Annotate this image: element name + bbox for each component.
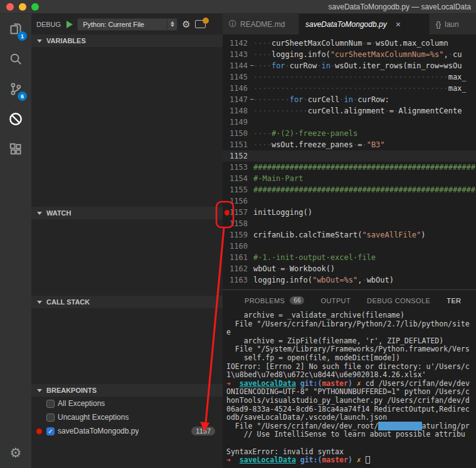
- gutter[interactable]: 1150: [223, 128, 251, 139]
- code-line-1148[interactable]: 1148············curCell.alignment·=·Alig…: [223, 105, 476, 117]
- breakpoint-row-0[interactable]: All Exceptions: [31, 397, 223, 410]
- watch-section-header[interactable]: WATCH: [31, 207, 223, 219]
- code-line-1159[interactable]: 1159crifanLib.calcTimeStart("saveAllFile…: [223, 229, 476, 241]
- gutter[interactable]: 1159: [223, 229, 251, 241]
- breakpoint-gutter[interactable]: [223, 210, 230, 216]
- code-text: ········································…: [251, 71, 467, 83]
- code-line-1160[interactable]: 1160: [223, 241, 476, 252]
- code-line-1147[interactable]: 1147−········for·curCell·in·curRow:: [223, 94, 476, 105]
- window-maximize-button[interactable]: [31, 3, 39, 11]
- code-line-1162[interactable]: 1162wbOut·=·Workbook(): [223, 263, 476, 274]
- code-line-1150[interactable]: 1150····#·(2)·freeze·panels: [223, 128, 476, 139]
- editor-tab-bar: ⓘREADME.mdsaveDataToMongodb.py×{}laun: [223, 14, 476, 34]
- gutter[interactable]: 1149: [223, 117, 251, 128]
- panel-tab-output[interactable]: OUTPUT: [320, 297, 351, 304]
- gutter[interactable]: 1143: [223, 49, 251, 60]
- code-line-1151[interactable]: 1151····wsOut.freeze_panes·=·"B3": [223, 139, 476, 150]
- code-line-1152[interactable]: 1152: [223, 150, 476, 162]
- debug-config-dropdown[interactable]: Python: Current File: [77, 18, 177, 31]
- code-line-1154[interactable]: 1154#·Main·Part: [223, 173, 476, 184]
- editor-tab-1[interactable]: ⓘREADME.md: [223, 14, 299, 34]
- gutter[interactable]: 1156: [223, 195, 251, 207]
- breakpoint-checkbox[interactable]: [46, 400, 55, 408]
- debug-console-toggle-icon[interactable]: [195, 20, 206, 28]
- gutter[interactable]: 1152: [223, 150, 251, 162]
- gutter[interactable]: 1147−: [223, 94, 251, 105]
- panel-tab-problems[interactable]: PROBLEMS66: [245, 296, 304, 304]
- code-text: ····wsOut.freeze_panes·=·"B3": [251, 139, 385, 150]
- token: wbOut: [253, 264, 276, 273]
- gutter[interactable]: 1146: [223, 83, 251, 94]
- callstack-section-header[interactable]: CALL STACK: [31, 296, 223, 308]
- code-line-1157[interactable]: 1157initLogging(): [223, 207, 476, 218]
- twisty-icon: [37, 301, 42, 304]
- code-line-1156[interactable]: 1156: [223, 195, 476, 207]
- code-line-1161[interactable]: 1161#·1.·init·output·excel·file: [223, 252, 476, 263]
- debug-toolbar: DEBUG Python: Current File ⚙: [31, 14, 223, 34]
- code-line-1146[interactable]: 1146····································…: [223, 83, 476, 94]
- code-line-1149[interactable]: 1149: [223, 117, 476, 128]
- code-line-1145[interactable]: 1145····································…: [223, 71, 476, 83]
- terminal-text: honTools/visualstudio_py_launcher.py /Us…: [226, 396, 470, 405]
- gutter[interactable]: 1163: [223, 274, 251, 286]
- gutter[interactable]: 1142: [223, 38, 251, 49]
- code-text: ########################################…: [251, 162, 475, 173]
- gutter[interactable]: 1155: [223, 184, 251, 195]
- code-line-1163[interactable]: 1163logging.info("wbOut=%s",·wbOut): [223, 274, 476, 286]
- panel-tab-ter[interactable]: TER: [447, 297, 461, 304]
- breakpoint-checkbox[interactable]: ✓: [46, 427, 55, 435]
- variables-section-header[interactable]: VARIABLES: [31, 34, 223, 47]
- terminal-text: master: [322, 379, 348, 388]
- terminal-text: 06ad9-833a-4524-8cd6-18ca4aa74f14 Redire…: [226, 405, 470, 413]
- settings-gear-icon[interactable]: ⚙: [0, 442, 31, 464]
- line-number: 1152: [230, 150, 248, 162]
- code-line-1155[interactable]: 1155####################################…: [223, 184, 476, 195]
- gutter[interactable]: 1157: [223, 207, 251, 218]
- breakpoints-section-header[interactable]: BREAKPOINTS: [31, 384, 223, 397]
- editor-tab-3[interactable]: {}laun: [430, 14, 476, 34]
- gutter[interactable]: 1161: [223, 252, 251, 263]
- window-controls: [0, 3, 39, 11]
- gutter[interactable]: 1144−: [223, 60, 251, 71]
- window-close-button[interactable]: [6, 3, 14, 11]
- line-number: 1149: [230, 117, 248, 128]
- terminal-output[interactable]: archive = _validate_archive(filename) Fi…: [223, 311, 476, 468]
- gutter[interactable]: 1158: [223, 218, 251, 229]
- gutter[interactable]: 1153: [223, 162, 251, 173]
- panel-tab-debug-console[interactable]: DEBUG CONSOLE: [367, 297, 430, 304]
- token: ########################################…: [253, 163, 475, 172]
- breakpoint-checkbox[interactable]: [46, 413, 55, 422]
- terminal-text: File "/Users/crifan/dev/dev_root/: [226, 422, 378, 430]
- activity-item-debug[interactable]: [0, 104, 31, 134]
- gutter[interactable]: 1151: [223, 139, 251, 150]
- line-number: 1157: [230, 207, 248, 218]
- terminal-text: aturling/pr: [422, 422, 470, 430]
- breakpoint-row-1[interactable]: Uncaught Exceptions: [31, 410, 223, 424]
- code-editor[interactable]: 1141····#·curSheetMaxColumnNum·=·211142·…: [223, 34, 476, 289]
- activity-item-explorer[interactable]: 1: [0, 14, 31, 44]
- line-number: 1162: [230, 263, 248, 274]
- gutter[interactable]: 1148: [223, 105, 251, 117]
- gutter[interactable]: 1162: [223, 263, 251, 274]
- gutter[interactable]: 1160: [223, 241, 251, 252]
- line-number: 1144: [230, 60, 248, 71]
- code-line-1158[interactable]: 1158: [223, 218, 476, 229]
- tab-close-icon[interactable]: ×: [396, 20, 401, 29]
- activity-item-extensions[interactable]: [0, 134, 31, 164]
- editor-tab-2[interactable]: saveDataToMongodb.py×: [299, 14, 430, 34]
- activity-item-search[interactable]: [0, 44, 31, 74]
- code-line-1143[interactable]: 1143····logging.info("curSheetMaxColumnN…: [223, 49, 476, 60]
- configure-gear-icon[interactable]: ⚙: [182, 19, 190, 29]
- code-line-1142[interactable]: 1142····curSheetMaxColumnNum·=·wsOut.max…: [223, 38, 476, 49]
- breakpoint-row-2[interactable]: ✓saveDataToMongodb.py1157: [31, 424, 223, 438]
- terminal-text: [352, 379, 357, 388]
- code-line-1144[interactable]: 1144−····for·curRow·in·wsOut.iter_rows(m…: [223, 60, 476, 71]
- start-debug-button[interactable]: [66, 21, 73, 28]
- code-line-1153[interactable]: 1153####################################…: [223, 162, 476, 173]
- activity-item-source-control[interactable]: 6: [0, 74, 31, 104]
- token: curRow:: [357, 95, 389, 104]
- gutter[interactable]: 1154: [223, 173, 251, 184]
- terminal-line-10: honTools/visualstudio_py_launcher.py /Us…: [226, 397, 476, 405]
- gutter[interactable]: 1145: [223, 71, 251, 83]
- window-minimize-button[interactable]: [19, 3, 26, 11]
